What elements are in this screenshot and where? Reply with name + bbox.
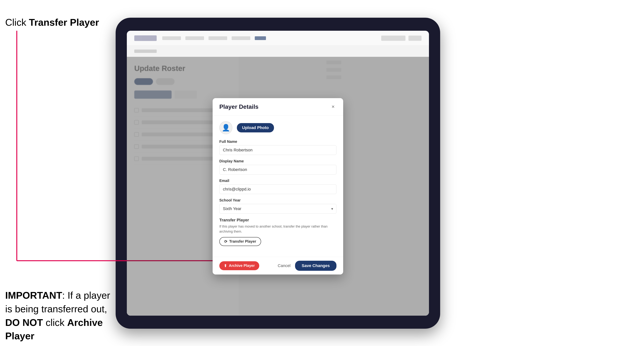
- breadcrumb: [134, 49, 157, 53]
- display-name-input[interactable]: [219, 165, 336, 174]
- save-changes-button[interactable]: Save Changes: [295, 261, 336, 271]
- email-field: Email: [219, 178, 336, 194]
- annotation-important-bold: IMPORTANT: [5, 290, 62, 301]
- email-label: Email: [219, 178, 336, 183]
- footer-right: Cancel Save Changes: [278, 261, 336, 271]
- transfer-section-description: If this player has moved to another scho…: [219, 224, 336, 234]
- nav-logo: [134, 35, 157, 41]
- content-area: Update Roster: [127, 57, 429, 316]
- annotation-bold-transfer: Transfer Player: [29, 17, 99, 28]
- annotation-important-text: IMPORTANT: If a player is being transfer…: [5, 289, 114, 343]
- tablet-device: Update Roster: [116, 18, 440, 329]
- transfer-btn-label: Transfer Player: [229, 239, 256, 244]
- full-name-label: Full Name: [219, 140, 336, 144]
- nav-right-btn-2: [408, 35, 422, 41]
- user-icon: 👤: [222, 124, 230, 132]
- modal-title: Player Details: [219, 103, 258, 110]
- transfer-section-title: Transfer Player: [219, 218, 336, 222]
- school-year-select[interactable]: Sixth Year: [219, 204, 336, 214]
- modal-footer: ⬆ Archive Player Cancel Save Changes: [212, 257, 343, 275]
- archive-player-button[interactable]: ⬆ Archive Player: [219, 261, 259, 270]
- transfer-player-button[interactable]: ⟳ Transfer Player: [219, 237, 261, 246]
- modal-header: Player Details ×: [212, 98, 343, 116]
- modal-overlay: Player Details × 👤 Upload Photo: [127, 57, 429, 316]
- school-year-select-wrapper: Sixth Year ▾: [219, 204, 336, 214]
- full-name-input[interactable]: [219, 145, 336, 155]
- annotation-click-text: Click Transfer Player: [5, 17, 99, 28]
- nav-items: [162, 36, 376, 40]
- nav-item-stats: [232, 36, 250, 40]
- school-year-label: School Year: [219, 198, 336, 202]
- upload-section: 👤 Upload Photo: [219, 121, 336, 134]
- nav-item-teams: [186, 36, 204, 40]
- sub-header: [127, 46, 429, 57]
- transfer-icon: ⟳: [224, 239, 227, 244]
- transfer-player-section: Transfer Player If this player has moved…: [219, 218, 336, 246]
- annotation-do-not-bold: DO NOT: [5, 317, 43, 328]
- school-year-field: School Year Sixth Year ▾: [219, 198, 336, 214]
- top-nav: [127, 31, 429, 46]
- archive-btn-label: Archive Player: [229, 264, 255, 268]
- nav-item-roster: [208, 36, 227, 40]
- nav-item-dashboard: [162, 36, 181, 40]
- nav-right-btn-1: [381, 35, 406, 41]
- cancel-button[interactable]: Cancel: [278, 263, 290, 268]
- upload-photo-button[interactable]: Upload Photo: [237, 123, 274, 132]
- email-input[interactable]: [219, 184, 336, 194]
- nav-right: [381, 35, 422, 41]
- nav-item-active: [255, 36, 266, 40]
- archive-icon: ⬆: [224, 264, 227, 268]
- avatar: 👤: [219, 121, 232, 134]
- tablet-screen: Update Roster: [127, 31, 429, 316]
- full-name-field: Full Name: [219, 140, 336, 155]
- display-name-label: Display Name: [219, 159, 336, 163]
- display-name-field: Display Name: [219, 159, 336, 174]
- player-details-modal: Player Details × 👤 Upload Photo: [212, 98, 343, 275]
- modal-body: 👤 Upload Photo Full Name Display Name: [212, 116, 343, 257]
- modal-close-button[interactable]: ×: [330, 103, 336, 110]
